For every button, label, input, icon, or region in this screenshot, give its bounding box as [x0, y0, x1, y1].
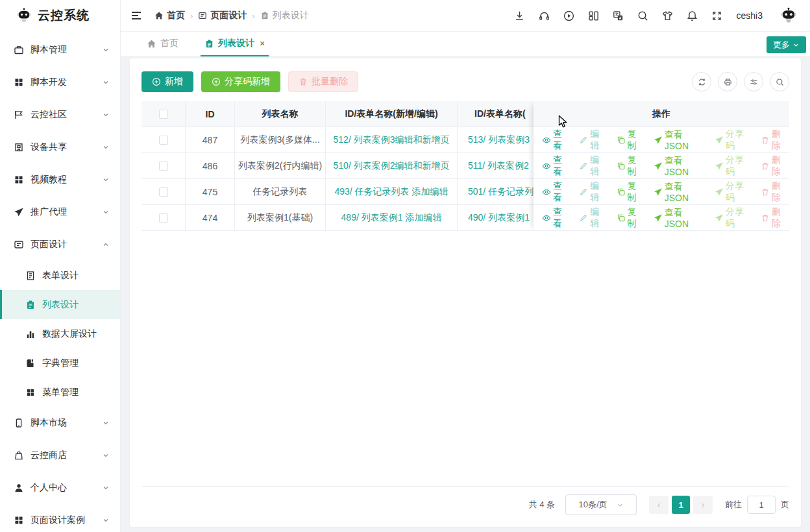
plus-circle-icon	[212, 77, 221, 86]
send-icon	[654, 213, 663, 223]
row-checkbox[interactable]	[159, 162, 168, 171]
view-action[interactable]: 查看	[542, 128, 571, 152]
sidebar-item-script-dev[interactable]: 脚本开发	[0, 66, 120, 99]
print-button[interactable]	[718, 72, 737, 91]
filter-columns-button[interactable]	[744, 72, 763, 91]
share-code-action[interactable]: 分享码	[715, 206, 752, 230]
delete-action[interactable]: 删除	[761, 206, 789, 230]
form-view-link[interactable]: 490/ 列表案例1	[468, 212, 530, 224]
username[interactable]: ceshi3	[737, 10, 763, 21]
chevron-down-icon	[102, 208, 110, 216]
copy-action[interactable]: 复制	[617, 180, 645, 204]
form-view-link[interactable]: 501/ 任务记录列	[468, 186, 534, 198]
sidebar-subitem-bigscreen-design[interactable]: 数据大屏设计	[0, 319, 120, 348]
breadcrumb: 首页 › 页面设计 › 列表设计	[154, 10, 309, 21]
sidebar-item-cloud-store[interactable]: 云控商店	[0, 439, 120, 472]
form-edit-link[interactable]: 512/ 列表案例3编辑和新增页	[334, 134, 450, 146]
fullscreen-icon[interactable]	[711, 10, 723, 22]
form-edit-link[interactable]: 493/ 任务记录列表 添加编辑	[334, 186, 448, 198]
delete-action[interactable]: 删除	[761, 128, 789, 152]
select-all-checkbox[interactable]	[159, 110, 168, 119]
row-checkbox[interactable]	[159, 213, 168, 223]
row-checkbox[interactable]	[159, 187, 168, 197]
edit-action[interactable]: 编辑	[579, 180, 608, 204]
batch-delete-button[interactable]: 批量删除	[288, 71, 358, 92]
user-avatar[interactable]	[778, 5, 800, 27]
form-view-link[interactable]: 513/ 列表案例3	[468, 134, 530, 146]
theme-tshirt-icon[interactable]	[661, 10, 674, 22]
edit-action[interactable]: 编辑	[579, 206, 608, 230]
search-button[interactable]	[770, 72, 789, 91]
sidebar-subitem-form-design[interactable]: 表单设计	[0, 261, 120, 290]
view-action[interactable]: 查看	[542, 180, 571, 204]
page-icon	[14, 239, 24, 250]
delete-action[interactable]: 删除	[761, 154, 789, 178]
layout-icon[interactable]	[587, 10, 600, 22]
copy-action[interactable]: 复制	[617, 128, 645, 152]
header-actions: ceshi3	[513, 5, 800, 27]
notification-bell-icon[interactable]	[686, 10, 698, 22]
breadcrumb-home[interactable]: 首页	[154, 10, 185, 21]
home-icon	[147, 39, 156, 49]
sidebar-subitem-menu-manage[interactable]: 菜单管理	[0, 378, 120, 407]
edit-action[interactable]: 编辑	[579, 128, 608, 152]
download-icon[interactable]	[513, 10, 526, 22]
page-size-select[interactable]: 10条/页	[565, 494, 637, 515]
column-header-operations: 操作	[534, 101, 789, 127]
form-edit-link[interactable]: 510/ 列表案例2编辑和新增页	[334, 160, 450, 172]
form-edit-link[interactable]: 489/ 列表案例1 添加编辑	[341, 212, 442, 224]
sidebar-item-device-share[interactable]: 设备共享	[0, 131, 120, 163]
view-json-action[interactable]: 查看JSON	[654, 129, 706, 151]
copy-action[interactable]: 复制	[617, 206, 645, 230]
sidebar-item-video-tutorial[interactable]: 视频教程	[0, 163, 120, 196]
edit-action[interactable]: 编辑	[579, 154, 608, 178]
copy-action[interactable]: 复制	[617, 154, 645, 178]
form-view-link[interactable]: 511/ 列表案例2	[468, 160, 529, 172]
more-button[interactable]: 更多	[767, 36, 806, 53]
sidebar-item-script-market[interactable]: 脚本市场	[0, 407, 120, 439]
sidebar-item-page-design[interactable]: 页面设计	[0, 228, 120, 261]
collapse-menu-icon[interactable]	[130, 9, 143, 22]
briefcase-icon	[14, 45, 24, 55]
sidebar-item-page-design-cases[interactable]: 页面设计案例	[0, 504, 120, 532]
share-code-action[interactable]: 分享码	[715, 180, 752, 204]
sidebar-subitem-list-design[interactable]: 列表设计	[0, 290, 120, 319]
send-icon	[715, 213, 724, 223]
play-circle-icon[interactable]	[563, 10, 575, 22]
sidebar-subitem-dict-manage[interactable]: 字典管理	[0, 348, 120, 378]
share-code-action[interactable]: 分享码	[715, 128, 752, 152]
share-code-action[interactable]: 分享码	[715, 154, 752, 178]
sidebar-item-script-manage[interactable]: 脚本管理	[0, 34, 120, 66]
close-tab-icon[interactable]: ×	[260, 38, 265, 49]
translate-icon[interactable]	[612, 10, 624, 22]
flag-icon	[14, 110, 24, 120]
view-action[interactable]: 查看	[542, 154, 571, 178]
breadcrumb-page-design[interactable]: 页面设计	[198, 10, 247, 21]
add-button[interactable]: 新增	[141, 71, 193, 92]
refresh-button[interactable]	[692, 72, 711, 91]
column-header-form-edit: ID/表单名称(新增/编辑)	[326, 101, 458, 127]
app-logo: 云控系统	[0, 0, 120, 31]
sidebar-item-personal-center[interactable]: 个人中心	[0, 472, 120, 504]
row-checkbox[interactable]	[159, 136, 168, 145]
view-json-action[interactable]: 查看JSON	[654, 207, 706, 229]
goto-page-input[interactable]: 1	[747, 496, 776, 514]
headset-icon[interactable]	[538, 10, 550, 22]
sidebar-item-promotion[interactable]: 推广代理	[0, 196, 120, 228]
view-json-action[interactable]: 查看JSON	[654, 155, 706, 177]
trash-icon	[761, 213, 770, 223]
prev-page-button[interactable]: ‹	[649, 496, 669, 514]
next-page-button[interactable]: ›	[693, 496, 713, 514]
delete-action[interactable]: 删除	[761, 180, 789, 204]
share-code-add-button[interactable]: 分享码新增	[201, 71, 280, 92]
pagination: 共 4 条 10条/页 ‹ 1 › 前往 1 页	[529, 494, 789, 515]
chevron-down-icon	[102, 484, 110, 492]
search-icon[interactable]	[637, 10, 649, 22]
view-action[interactable]: 查看	[542, 206, 571, 230]
tab-home[interactable]: 首页	[143, 32, 182, 56]
view-json-action[interactable]: 查看JSON	[654, 181, 706, 203]
tab-list-design[interactable]: 列表设计 ×	[201, 32, 269, 56]
page-number-1[interactable]: 1	[672, 496, 690, 514]
pencil-icon	[579, 162, 588, 171]
sidebar-item-community[interactable]: 云控社区	[0, 99, 120, 131]
